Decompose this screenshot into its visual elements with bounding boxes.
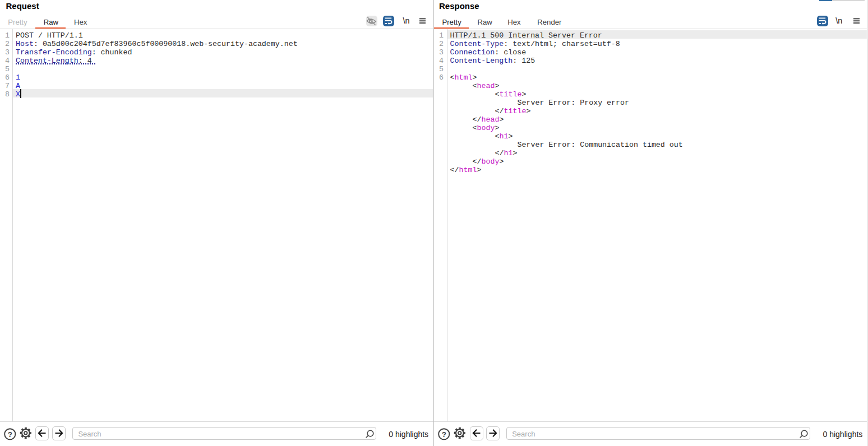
svg-text:?: ? xyxy=(441,430,446,438)
svg-text:?: ? xyxy=(7,430,12,438)
